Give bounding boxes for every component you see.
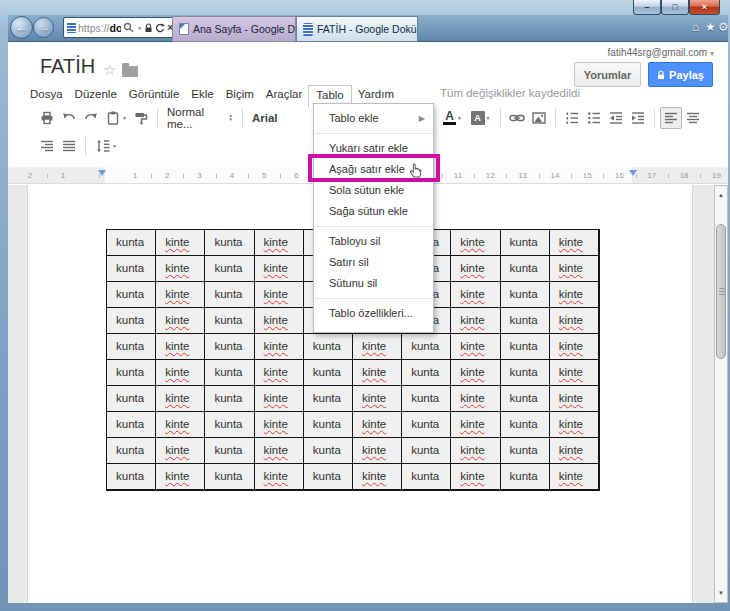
table-cell[interactable]: kunta (107, 334, 156, 360)
font-dropdown[interactable]: Arial (248, 112, 282, 124)
menu-item-tabloyu-sil[interactable]: Tabloyu sil (314, 231, 433, 252)
table-cell[interactable]: kinte (156, 256, 205, 282)
table-cell[interactable]: kunta (402, 412, 451, 438)
address-bar[interactable]: https://docs.goo... ▼ × (63, 17, 176, 38)
search-icon[interactable] (123, 22, 134, 33)
undo-icon[interactable] (58, 107, 80, 129)
menu-biçim[interactable]: Biçim (220, 85, 260, 103)
refresh-icon[interactable] (155, 23, 165, 33)
account-menu[interactable]: fatih44srg@gmail.com ▾ (608, 47, 714, 58)
table-cell[interactable]: kinte (255, 282, 304, 308)
table-cell[interactable]: kunta (304, 360, 353, 386)
table-cell[interactable]: kinte (451, 438, 500, 464)
table-cell[interactable]: kinte (451, 360, 500, 386)
table-cell[interactable]: kinte (255, 308, 304, 334)
search-dropdown-icon[interactable]: ▼ (137, 25, 142, 31)
menu-dosya[interactable]: Dosya (24, 85, 69, 103)
table-cell[interactable]: kunta (205, 308, 254, 334)
table-cell[interactable]: kunta (501, 386, 550, 412)
table-cell[interactable]: kunta (501, 438, 550, 464)
table-cell[interactable]: kinte (255, 464, 304, 490)
table-cell[interactable]: kunta (205, 386, 254, 412)
menu-item-sütunu-sil[interactable]: Sütunu sil (314, 273, 433, 294)
tab-ana-sayfa[interactable]: Ana Sayfa - Google Dokümanlar (172, 16, 296, 42)
table-cell[interactable]: kunta (107, 282, 156, 308)
justify-icon[interactable] (58, 135, 80, 157)
table-cell[interactable]: kunta (107, 386, 156, 412)
favorites-star-icon[interactable]: ★ (705, 20, 716, 34)
insert-link-icon[interactable] (506, 107, 528, 129)
align-center-icon[interactable] (682, 107, 704, 129)
table-cell[interactable]: kunta (304, 438, 353, 464)
table-cell[interactable]: kinte (550, 282, 599, 308)
table-cell[interactable]: kunta (402, 334, 451, 360)
table-cell[interactable]: kunta (304, 412, 353, 438)
close-button[interactable]: × (689, 0, 720, 15)
table-cell[interactable]: kinte (550, 230, 599, 256)
menu-yardım[interactable]: Yardım (352, 85, 400, 103)
table-cell[interactable]: kunta (402, 360, 451, 386)
table-cell[interactable]: kinte (156, 386, 205, 412)
table-cell[interactable]: kunta (107, 438, 156, 464)
menu-item-sola-sütun-ekle[interactable]: Sola sütun ekle (314, 180, 433, 201)
table-cell[interactable]: kinte (156, 360, 205, 386)
text-color-icon[interactable]: A▼ (439, 107, 466, 129)
menu-item-tablo-ekle[interactable]: Tablo ekle▶ (314, 108, 433, 129)
table-cell[interactable]: kinte (451, 308, 500, 334)
table-cell[interactable]: kunta (205, 464, 254, 490)
back-button[interactable]: ← (10, 16, 33, 39)
menu-item-tablo-özellikleri-[interactable]: Tablo özellikleri... (314, 303, 433, 324)
table-cell[interactable]: kinte (255, 360, 304, 386)
table-cell[interactable]: kinte (353, 386, 402, 412)
table-cell[interactable]: kunta (304, 386, 353, 412)
table-cell[interactable]: kunta (205, 438, 254, 464)
table-cell[interactable]: kunta (205, 334, 254, 360)
line-spacing-dropdown-icon[interactable]: ▼ (112, 143, 117, 149)
highlight-color-icon[interactable]: A▼ (466, 107, 495, 129)
table-cell[interactable]: kunta (402, 386, 451, 412)
menu-ekle[interactable]: Ekle (185, 85, 219, 103)
table-cell[interactable]: kunta (501, 412, 550, 438)
table-cell[interactable]: kunta (107, 464, 156, 490)
table-cell[interactable]: kunta (402, 438, 451, 464)
settings-gear-icon[interactable]: ⚙ (718, 20, 729, 34)
table-cell[interactable]: kinte (451, 464, 500, 490)
table-cell[interactable]: kunta (501, 230, 550, 256)
paste-icon[interactable]: ▼ (102, 107, 130, 129)
insert-image-icon[interactable] (528, 107, 550, 129)
table-cell[interactable]: kinte (255, 334, 304, 360)
table-cell[interactable]: kunta (501, 334, 550, 360)
numbered-list-icon[interactable] (561, 107, 583, 129)
table-cell[interactable]: kinte (451, 256, 500, 282)
table-cell[interactable]: kunta (501, 360, 550, 386)
minimize-button[interactable]: – (633, 0, 661, 15)
table-cell[interactable]: kinte (451, 282, 500, 308)
table-cell[interactable]: kinte (451, 412, 500, 438)
paste-dropdown-icon[interactable]: ▼ (122, 115, 127, 121)
table-cell[interactable]: kunta (205, 256, 254, 282)
folder-icon[interactable] (122, 66, 138, 77)
url-text[interactable]: https://docs.goo... (78, 22, 121, 34)
table-cell[interactable]: kinte (550, 334, 599, 360)
table-cell[interactable]: kinte (550, 464, 599, 490)
home-icon[interactable]: ⌂ (692, 20, 699, 34)
menu-item-sağa-sütun-ekle[interactable]: Sağa sütun ekle (314, 201, 433, 222)
maximize-button[interactable]: ▢ (661, 0, 689, 15)
table-cell[interactable]: kunta (501, 282, 550, 308)
table-cell[interactable]: kunta (107, 308, 156, 334)
table-cell[interactable]: kinte (550, 360, 599, 386)
table-cell[interactable]: kinte (451, 230, 500, 256)
table-cell[interactable]: kinte (353, 464, 402, 490)
print-icon[interactable] (36, 107, 58, 129)
star-document-icon[interactable]: ☆ (103, 61, 116, 79)
table-cell[interactable]: kunta (205, 282, 254, 308)
table-cell[interactable]: kinte (255, 386, 304, 412)
table-cell[interactable]: kunta (501, 308, 550, 334)
table-cell[interactable]: kinte (156, 308, 205, 334)
outdent-icon[interactable] (605, 107, 627, 129)
table-cell[interactable]: kinte (550, 438, 599, 464)
table-cell[interactable]: kunta (304, 464, 353, 490)
table-cell[interactable]: kinte (550, 412, 599, 438)
table-cell[interactable]: kinte (255, 230, 304, 256)
table-cell[interactable]: kinte (550, 308, 599, 334)
